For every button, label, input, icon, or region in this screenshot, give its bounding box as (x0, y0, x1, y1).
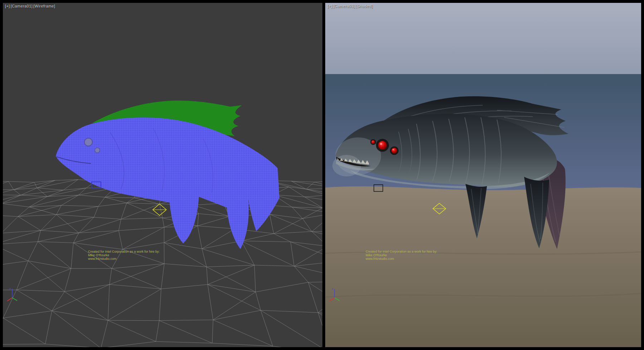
camera-menu[interactable]: [Camera01] (333, 4, 355, 8)
fish-eye (84, 138, 92, 146)
svg-text:www.fritzstudio.com: www.fritzstudio.com (365, 257, 394, 261)
fish-eye-red (391, 148, 397, 154)
axis-z-label: z (9, 287, 11, 291)
axis-z-label: z (332, 287, 333, 291)
viewport-splitter[interactable] (322, 3, 325, 347)
viewport-right-label: [+] [Camera01] [Shaded] (327, 4, 372, 8)
sky (325, 3, 641, 74)
viewport-left-label: [+] [Camera01] [Wireframe] (5, 4, 55, 8)
shading-menu[interactable]: [Shaded] (356, 4, 372, 8)
svg-text:www.fritzstudio.com: www.fritzstudio.com (88, 257, 117, 261)
credit-text: Created for Intel Corporation as a work … (88, 250, 160, 261)
fish-eye-red (371, 140, 375, 144)
viewport-frame: [+] [Camera01] [Wireframe] (0, 0, 644, 350)
pov-menu[interactable]: [+] (5, 4, 10, 8)
viewport-left[interactable]: [+] [Camera01] [Wireframe] (3, 3, 322, 347)
eye-highlight (380, 143, 382, 145)
svg-text:Created for Intel Corporation: Created for Intel Corporation as a work … (366, 250, 437, 253)
viewport-right[interactable]: [+] [Camera01] [Shaded] (325, 3, 641, 347)
svg-text:Mike O'Rourke: Mike O'Rourke (366, 253, 387, 257)
shading-menu[interactable]: [Wireframe] (33, 4, 55, 8)
svg-text:Mike O'Rourke: Mike O'Rourke (88, 253, 109, 257)
pov-menu[interactable]: [+] (327, 4, 332, 8)
camera-menu[interactable]: [Camera01] (11, 4, 33, 8)
eye-highlight (392, 149, 394, 150)
right-scene-canvas[interactable]: Created for Intel Corporation as a work … (325, 3, 641, 347)
svg-text:Created for Intel Corporation: Created for Intel Corporation as a work … (88, 250, 160, 253)
fish-eye-red (378, 141, 387, 150)
left-scene-canvas[interactable]: Created for Intel Corporation as a work … (3, 3, 322, 347)
fish-eye-small (95, 148, 100, 153)
